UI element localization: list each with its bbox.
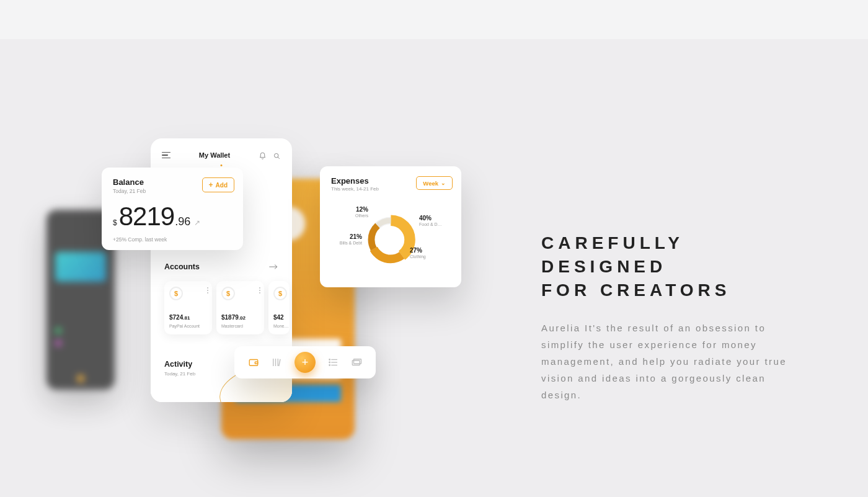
segment-label-bills: 21%Bills & Debt xyxy=(340,233,362,245)
balance-comparison-note: +25% Comp. last week xyxy=(113,236,167,243)
trend-arrow-icon: ↗ xyxy=(194,218,200,227)
svg-rect-8 xyxy=(249,360,258,366)
account-card[interactable]: $ $1879.02 Mastercard xyxy=(216,281,264,334)
wallet-header: My Wallet xyxy=(151,138,292,172)
card-placeholder-teal xyxy=(55,252,106,282)
segment-label-clothing: 27%Clothing xyxy=(410,247,426,259)
bell-icon[interactable] xyxy=(259,151,267,159)
balance-amount: $ 8219 .96 ↗ xyxy=(113,202,200,231)
svg-line-13 xyxy=(279,359,280,366)
wallet-icon[interactable] xyxy=(248,357,259,368)
svg-line-1 xyxy=(278,157,280,159)
period-label: Week xyxy=(423,180,438,187)
account-amount: $724.81 xyxy=(169,314,190,321)
account-label: PayPal Account xyxy=(169,324,200,328)
library-icon[interactable] xyxy=(271,357,282,368)
activity-heading: Activity xyxy=(164,360,192,369)
currency-ring-icon: $ xyxy=(169,287,183,300)
account-card-partial[interactable]: $ $42 Mone… xyxy=(268,281,290,334)
marketing-paragraph: Aurelia It's the result of an obsession … xyxy=(541,320,808,403)
accounts-section: Accounts $ $724.81 PayPal Account $ $187… xyxy=(164,261,278,334)
dot-pink xyxy=(55,340,61,346)
add-fab-button[interactable]: + xyxy=(294,352,316,373)
svg-point-19 xyxy=(329,365,330,366)
account-card[interactable]: $ $724.81 PayPal Account xyxy=(164,281,212,334)
marketing-copy: CAREFULLY DESIGNED FOR CREATORS Aurelia … xyxy=(541,231,808,403)
chevron-down-icon: ⌄ xyxy=(441,180,446,186)
activity-date: Today, 21 Feb xyxy=(164,371,195,377)
account-cards-row[interactable]: $ $724.81 PayPal Account $ $1879.02 Mast… xyxy=(164,281,278,334)
header-indicator-dot xyxy=(221,164,223,166)
marketing-heading: CAREFULLY DESIGNED FOR CREATORS xyxy=(541,231,808,302)
svg-point-18 xyxy=(329,362,330,363)
account-amount: $1879.02 xyxy=(221,314,246,321)
kebab-icon[interactable] xyxy=(259,287,260,293)
heading-line-1: CAREFULLY DESIGNED xyxy=(541,233,683,276)
svg-rect-9 xyxy=(255,362,258,364)
segment-label-others: 12%Others xyxy=(355,206,368,218)
balance-whole: 8219 xyxy=(119,202,174,231)
svg-point-17 xyxy=(329,359,330,360)
dot-green xyxy=(55,328,61,334)
add-button-label: Add xyxy=(216,182,228,189)
segment-label-food: 40%Food & D… xyxy=(419,215,442,226)
svg-point-0 xyxy=(274,153,278,158)
top-whitespace-strip xyxy=(0,0,868,39)
accounts-heading: Accounts xyxy=(164,262,200,271)
currency-symbol: $ xyxy=(113,218,117,227)
heading-line-2: FOR CREATORS xyxy=(541,280,730,300)
account-label: Mastercard xyxy=(221,324,243,328)
menu-icon[interactable] xyxy=(162,152,170,159)
account-label: Mone… xyxy=(273,324,289,328)
bottom-nav: + xyxy=(234,346,376,378)
period-selector-button[interactable]: Week ⌄ xyxy=(416,176,453,190)
kebab-icon[interactable] xyxy=(207,287,208,293)
expenses-donut-chart xyxy=(365,214,416,265)
plus-icon: + xyxy=(209,181,213,189)
hero-stage: CAREFULLY DESIGNED FOR CREATORS Aurelia … xyxy=(0,39,868,497)
balance-decimals: .96 xyxy=(175,215,190,228)
wallet-title: My Wallet xyxy=(199,151,230,159)
cards-icon[interactable] xyxy=(351,357,362,368)
balance-card: Balance Today, 21 Feb + Add $ 8219 .96 ↗… xyxy=(102,168,243,250)
dot-orange-bottom xyxy=(77,375,84,382)
expenses-card: Expenses This week, 14-21 Feb Week ⌄ 12%… xyxy=(320,166,461,287)
currency-ring-icon: $ xyxy=(221,287,235,300)
expenses-donut-wrap: 12%Others 21%Bills & Debt 40%Food & D… 2… xyxy=(320,197,461,284)
currency-ring-icon: $ xyxy=(273,287,287,300)
add-button[interactable]: + Add xyxy=(202,177,234,192)
list-icon[interactable] xyxy=(328,357,339,368)
search-icon[interactable] xyxy=(273,151,281,159)
arrow-right-icon[interactable] xyxy=(268,261,278,272)
account-amount: $42 xyxy=(273,314,284,321)
plus-icon: + xyxy=(302,356,309,369)
